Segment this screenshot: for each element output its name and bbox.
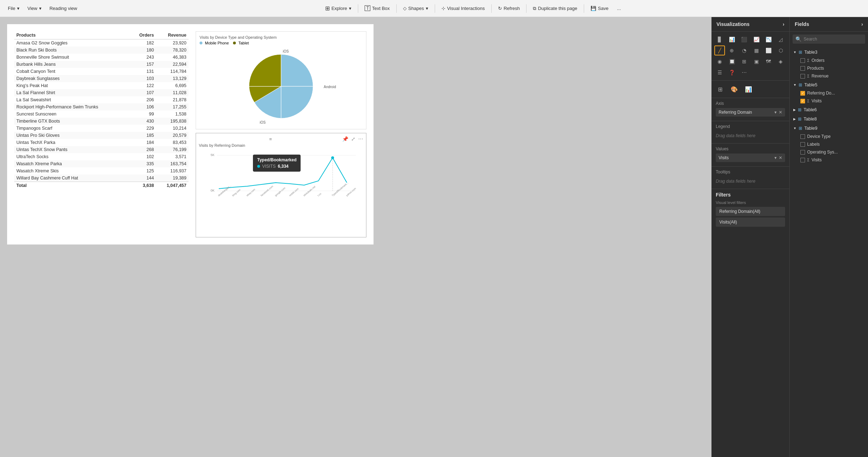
col-products: Products [14,31,131,39]
table-icon: ⊞ [799,50,802,55]
field-checkbox[interactable] [800,134,805,139]
viz-icon-area[interactable]: ◿ [776,34,786,44]
tooltip-row: VISITS 6,334 [257,164,296,169]
viz-icon-treemap[interactable]: ▦ [751,45,762,55]
field-item[interactable]: Labels [797,140,868,148]
viz-icon-line2[interactable]: 📉 [763,34,774,44]
field-checkbox[interactable]: ✓ [800,99,805,103]
duplicate-button[interactable]: ⧉ Duplicate this page [529,4,581,13]
field-item[interactable]: Σ Revenue [797,72,868,80]
field-item[interactable]: Device Type [797,133,868,140]
separator2 [396,4,397,13]
filter-item-1[interactable]: Referring Domain(All) [716,207,785,216]
field-checkbox[interactable] [800,66,805,71]
table-row: Burbank Hills Jeans15722,594 [14,61,189,68]
fields-panel: Fields › 🔍 ▼ ⊞ Table3 Σ Orders Products [790,17,868,457]
viz-icon-line-active[interactable]: ╱ [714,45,725,55]
field-group-header[interactable]: ▼ ⊞ Table3 [790,48,868,57]
legend-placeholder: Drag data fields here [716,131,785,140]
viz-icon-column[interactable]: 📊 [726,34,737,44]
legend-dot-mobile [200,42,202,44]
viz-icon-scatter[interactable]: ⊕ [726,45,737,55]
refresh-button[interactable]: ↻ Refresh [494,4,524,13]
viz-icon-qna[interactable]: ❓ [726,68,737,77]
viz-icon-gauge[interactable]: ◉ [714,57,725,66]
field-item[interactable]: ✓ Referring Do... [797,89,868,97]
field-group-header[interactable]: ▼ ⊞ Table9 [790,124,868,133]
axis-expand-icon[interactable]: ▾ [774,110,777,115]
expand-icon[interactable]: ⤢ [351,136,355,142]
separator6 [584,4,584,13]
field-checkbox[interactable] [800,74,805,79]
values-field-actions: ▾ ✕ [774,155,782,160]
more-icon[interactable]: ⋯ [358,136,363,142]
field-group-header[interactable]: ▼ ⊞ Table5 [790,81,868,89]
group-chevron: ▼ [793,83,796,87]
report-page: Products Orders Revenue Amasa G2 Snow Go… [7,24,374,244]
viz-icon-waterfall[interactable]: ⬜ [763,45,774,55]
field-checkbox[interactable] [800,58,805,63]
viz-icon-table[interactable]: ⊞ [739,57,750,66]
viz-icon-funnel[interactable]: ⬡ [776,45,786,55]
field-group-header[interactable]: ▶ ⊞ Table6 [790,106,868,114]
viz-icon-slicer[interactable]: ☰ [714,68,725,77]
svg-text:bing.com: bing.com [232,188,241,197]
field-label: Device Type [807,134,831,139]
field-item[interactable]: Operating Sys... [797,148,868,156]
file-menu[interactable]: File ▾ [4,4,23,13]
field-item[interactable]: Products [797,64,868,72]
field-item[interactable]: Σ Visits [797,156,868,164]
table-row: Wasatch Xtreme Skis125116,937 [14,167,189,174]
svg-text:yahoo.com: yahoo.com [345,187,357,197]
text-box-button[interactable]: 🅃 Text Box [361,4,393,14]
table-row: Wasatch Xtreme Parka335163,754 [14,160,189,167]
field-checkbox[interactable] [800,158,805,162]
reading-view-button[interactable]: Reading view [46,4,81,13]
viz-icon-card[interactable]: 🔲 [726,57,737,66]
field-item[interactable]: Σ Orders [797,57,868,64]
viz-icon-more[interactable]: ⋯ [739,68,750,77]
group-chevron: ▼ [793,50,796,54]
canvas-area: Products Orders Revenue Amasa G2 Snow Go… [0,17,711,457]
filter-item-2[interactable]: Visits(All) [716,217,785,227]
axis-field-actions: ▾ ✕ [774,110,782,115]
explore-button[interactable]: ⊞ Explore ▾ [322,3,355,14]
more-button[interactable]: ... [613,4,624,13]
save-button[interactable]: 💾 Save [587,4,612,13]
viz-format-icon[interactable]: 🎨 [729,84,740,95]
view-menu[interactable]: View ▾ [24,4,45,13]
pin-icon[interactable]: 📌 [342,136,348,142]
pie-legend: Mobile Phone Tablet [200,41,362,45]
viz-analytics-icon[interactable]: 📊 [743,84,754,95]
fields-panel-chevron[interactable]: › [861,21,863,27]
main-area: Products Orders Revenue Amasa G2 Snow Go… [0,17,868,457]
svg-text:t.co: t.co [317,192,322,197]
viz-icon-shape[interactable]: ◈ [776,57,786,66]
values-remove-icon[interactable]: ✕ [779,155,782,160]
field-checkbox[interactable] [800,150,805,155]
field-checkbox[interactable] [800,142,805,147]
field-group-header[interactable]: ▶ ⊞ Table8 [790,115,868,123]
viz-icon-matrix[interactable]: ▣ [751,57,762,66]
axis-remove-icon[interactable]: ✕ [779,110,782,115]
field-checkbox[interactable]: ✓ [800,91,805,96]
viz-icon-map[interactable]: 🗺 [763,57,774,66]
viz-icon-stacked[interactable]: ⬛ [739,34,750,44]
sigma-icon: Σ [807,99,809,103]
table-row: Timberline GTX Boots430195,838 [14,118,189,125]
visual-interactions-button[interactable]: ⊹ Visual Interactions [438,4,488,13]
svg-text:google.com: google.com [274,187,286,197]
search-input[interactable] [804,37,862,42]
shapes-icon: ◇ [403,6,407,11]
shapes-button[interactable]: ◇ Shapes ▾ [399,4,432,13]
svg-point-5 [331,156,334,159]
viz-icon-combo[interactable]: 📈 [751,34,762,44]
field-item[interactable]: ✓ Σ Visits [797,97,868,105]
field-group: ▼ ⊞ Table9 Device Type Labels Operating … [790,124,868,164]
values-label: Values [716,146,785,151]
viz-icon-bar[interactable]: ▊ [714,34,725,44]
viz-icon-pie[interactable]: ◔ [739,45,750,55]
viz-panel-chevron[interactable]: › [783,21,784,27]
viz-fields-icon[interactable]: ⊞ [714,84,726,95]
values-expand-icon[interactable]: ▾ [774,155,777,160]
